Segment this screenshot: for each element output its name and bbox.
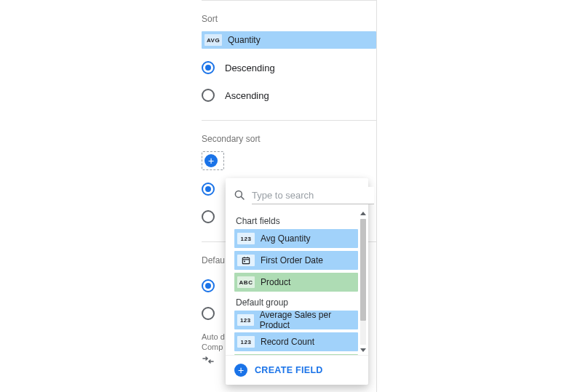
field-option-label: Average Sales per Product xyxy=(260,310,358,330)
number-icon xyxy=(237,314,254,326)
field-picker-popup: Chart fields Avg Quantity First Order Da… xyxy=(226,178,368,385)
svg-line-1 xyxy=(241,196,244,199)
radio-icon xyxy=(202,279,215,292)
radio-icon xyxy=(202,210,215,223)
radio-label: Descending xyxy=(225,63,275,73)
section-title-secondary-sort: Secondary sort xyxy=(202,121,376,151)
create-field-button[interactable]: + CREATE FIELD xyxy=(226,355,368,385)
field-option-avg-sales[interactable]: Average Sales per Product xyxy=(234,311,358,329)
scroll-down-icon xyxy=(360,348,366,352)
field-option-first-order-date[interactable]: First Order Date xyxy=(234,251,358,270)
number-icon xyxy=(237,233,255,244)
field-option-profit[interactable]: Profit xyxy=(234,354,358,355)
radio-label: Ascending xyxy=(225,90,269,101)
field-option-product[interactable]: Product xyxy=(234,273,358,292)
svg-rect-4 xyxy=(244,261,245,263)
text-icon xyxy=(237,276,255,288)
group-label-chart-fields: Chart fields xyxy=(234,213,358,229)
sort-ascending-option[interactable]: Ascending xyxy=(202,87,376,104)
calendar-icon xyxy=(237,255,255,266)
field-option-label: Record Count xyxy=(261,337,314,347)
search-input[interactable] xyxy=(252,187,374,204)
section-title-sort: Sort xyxy=(202,1,376,31)
field-option-label: First Order Date xyxy=(261,255,323,265)
avg-icon xyxy=(204,34,222,46)
radio-icon xyxy=(202,183,215,196)
scroll-up-icon xyxy=(360,212,366,215)
radio-icon xyxy=(202,89,215,102)
svg-rect-2 xyxy=(242,258,249,264)
create-field-label: CREATE FIELD xyxy=(255,365,323,375)
sort-field-chip[interactable]: Quantity xyxy=(202,31,376,49)
field-option-record-count[interactable]: Record Count xyxy=(234,332,358,351)
field-option-avg-quantity[interactable]: Avg Quantity xyxy=(234,229,358,248)
add-secondary-sort[interactable]: + xyxy=(202,151,224,170)
plus-icon: + xyxy=(234,364,247,377)
plus-icon: + xyxy=(204,154,218,167)
radio-icon xyxy=(202,61,215,74)
sort-field-label: Quantity xyxy=(228,35,261,45)
field-option-label: Avg Quantity xyxy=(261,233,310,244)
sort-descending-option[interactable]: Descending xyxy=(202,59,376,76)
field-list-scrollpane: Chart fields Avg Quantity First Order Da… xyxy=(226,209,368,355)
radio-icon xyxy=(202,307,215,320)
search-row xyxy=(226,178,368,209)
scrollbar[interactable] xyxy=(360,212,367,352)
search-icon xyxy=(233,188,246,204)
number-icon xyxy=(237,336,255,348)
group-label-default-group: Default group xyxy=(234,295,358,311)
field-option-label: Product xyxy=(261,277,290,287)
scroll-thumb[interactable] xyxy=(360,219,366,321)
